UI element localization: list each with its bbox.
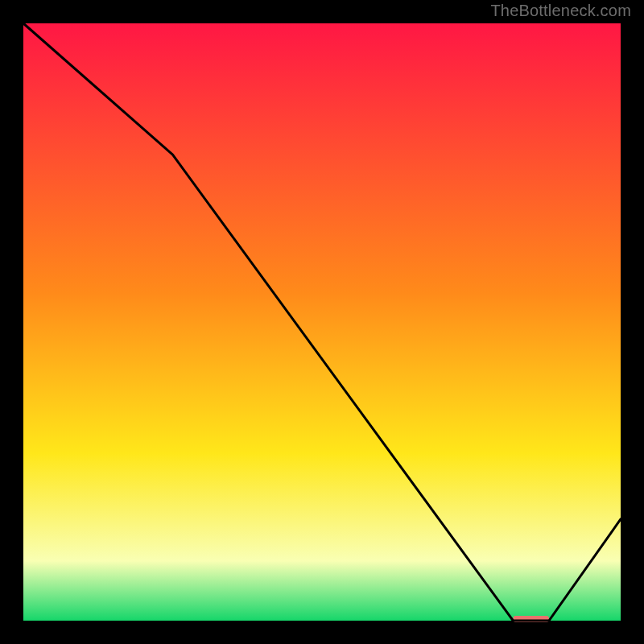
plot-background	[23, 23, 621, 621]
chart-container: TheBottleneck.com	[0, 0, 644, 644]
watermark-label: TheBottleneck.com	[490, 2, 631, 20]
chart-plot	[0, 0, 644, 644]
